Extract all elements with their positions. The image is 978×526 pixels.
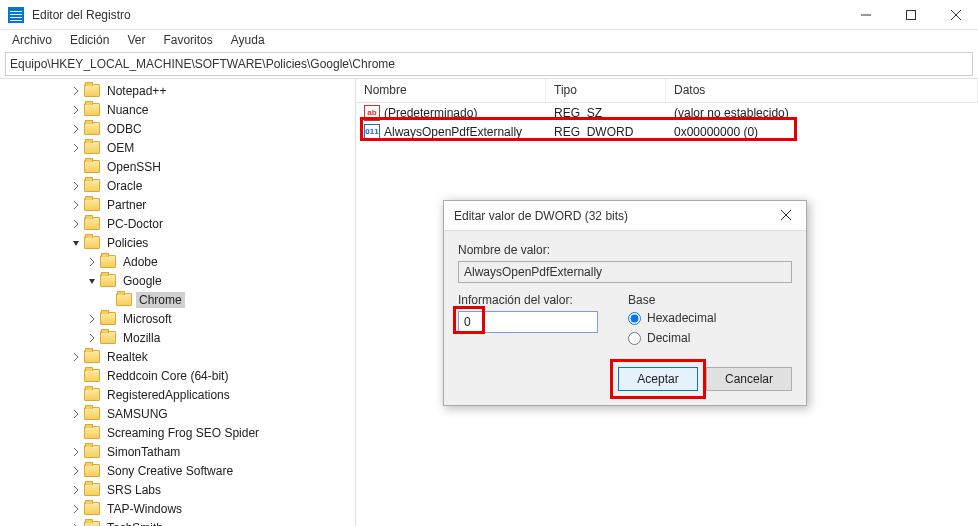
tree-item[interactable]: Chrome	[0, 290, 355, 309]
tree-item-label: Mozilla	[120, 330, 163, 346]
tree-item-label: Microsoft	[120, 311, 175, 327]
base-label: Base	[628, 293, 716, 307]
tree-item-label: SimonTatham	[104, 444, 183, 460]
folder-icon	[84, 483, 100, 496]
col-data[interactable]: Datos	[666, 79, 978, 102]
folder-icon	[84, 388, 100, 401]
tree-item[interactable]: Notepad++	[0, 81, 355, 100]
dialog-title: Editar valor de DWORD (32 bits)	[454, 209, 776, 223]
folder-icon	[100, 255, 116, 268]
address-path: Equipo\HKEY_LOCAL_MACHINE\SOFTWARE\Polic…	[10, 57, 395, 71]
tree-item[interactable]: Realtek	[0, 347, 355, 366]
folder-icon	[84, 407, 100, 420]
menu-view[interactable]: Ver	[119, 31, 153, 49]
chevron-right-icon[interactable]	[70, 218, 82, 230]
tree-item[interactable]: OpenSSH	[0, 157, 355, 176]
folder-icon	[100, 274, 116, 287]
tree-item-label: Realtek	[104, 349, 151, 365]
chevron-right-icon[interactable]	[86, 256, 98, 268]
tree-item[interactable]: Adobe	[0, 252, 355, 271]
tree-item[interactable]: TAP-Windows	[0, 499, 355, 518]
name-label: Nombre de valor:	[458, 243, 792, 257]
menu-favorites[interactable]: Favoritos	[155, 31, 220, 49]
tree-item[interactable]: Google	[0, 271, 355, 290]
tree-item[interactable]: SRS Labs	[0, 480, 355, 499]
chevron-right-icon[interactable]	[70, 199, 82, 211]
maximize-button[interactable]	[888, 0, 933, 29]
value-input[interactable]	[458, 311, 598, 333]
menubar: Archivo Edición Ver Favoritos Ayuda	[0, 30, 978, 50]
tree-item-label: Screaming Frog SEO Spider	[104, 425, 262, 441]
window-title: Editor del Registro	[32, 8, 843, 22]
tree-item-label: SRS Labs	[104, 482, 164, 498]
chevron-right-icon[interactable]	[70, 104, 82, 116]
cancel-button[interactable]: Cancelar	[706, 367, 792, 391]
tree-panel[interactable]: Notepad++NuanceODBCOEMOpenSSHOraclePartn…	[0, 79, 356, 526]
chevron-right-icon[interactable]	[86, 332, 98, 344]
tree-item[interactable]: PC-Doctor	[0, 214, 355, 233]
minimize-button[interactable]	[843, 0, 888, 29]
folder-icon	[84, 464, 100, 477]
list-header: Nombre Tipo Datos	[356, 79, 978, 103]
radio-hex-input[interactable]	[628, 312, 641, 325]
radio-dec-input[interactable]	[628, 332, 641, 345]
radio-dec[interactable]: Decimal	[628, 331, 716, 345]
tree-item-label: OEM	[104, 140, 137, 156]
folder-icon	[84, 198, 100, 211]
tree-item-label: TechSmith	[104, 520, 166, 527]
tree-item[interactable]: SAMSUNG	[0, 404, 355, 423]
chevron-right-icon[interactable]	[86, 313, 98, 325]
tree-item[interactable]: TechSmith	[0, 518, 355, 526]
menu-help[interactable]: Ayuda	[223, 31, 273, 49]
chevron-none-icon	[70, 427, 82, 439]
radio-hex[interactable]: Hexadecimal	[628, 311, 716, 325]
folder-icon	[84, 141, 100, 154]
tree-item[interactable]: Microsoft	[0, 309, 355, 328]
col-name[interactable]: Nombre	[356, 79, 546, 102]
address-bar[interactable]: Equipo\HKEY_LOCAL_MACHINE\SOFTWARE\Polic…	[5, 52, 973, 76]
close-button[interactable]	[933, 0, 978, 29]
accept-button[interactable]: Aceptar	[618, 367, 698, 391]
chevron-down-icon[interactable]	[86, 275, 98, 287]
chevron-none-icon	[70, 370, 82, 382]
folder-icon	[84, 217, 100, 230]
tree-item[interactable]: Reddcoin Core (64-bit)	[0, 366, 355, 385]
chevron-right-icon[interactable]	[70, 465, 82, 477]
tree-item[interactable]: Mozilla	[0, 328, 355, 347]
tree-item[interactable]: SimonTatham	[0, 442, 355, 461]
chevron-right-icon[interactable]	[70, 503, 82, 515]
chevron-none-icon	[102, 294, 114, 306]
chevron-right-icon[interactable]	[70, 446, 82, 458]
tree-item[interactable]: Partner	[0, 195, 355, 214]
tree-item-label: Adobe	[120, 254, 161, 270]
edit-dword-dialog: Editar valor de DWORD (32 bits) Nombre d…	[443, 200, 807, 406]
chevron-right-icon[interactable]	[70, 85, 82, 97]
menu-edit[interactable]: Edición	[62, 31, 117, 49]
data-label: Información del valor:	[458, 293, 598, 307]
dialog-close-button[interactable]	[776, 209, 796, 223]
menu-file[interactable]: Archivo	[4, 31, 60, 49]
tree-item[interactable]: OEM	[0, 138, 355, 157]
chevron-right-icon[interactable]	[70, 142, 82, 154]
tree-item-label: Nuance	[104, 102, 151, 118]
chevron-right-icon[interactable]	[70, 522, 82, 527]
name-field[interactable]: AlwaysOpenPdfExternally	[458, 261, 792, 283]
chevron-right-icon[interactable]	[70, 180, 82, 192]
tree-item[interactable]: ODBC	[0, 119, 355, 138]
chevron-right-icon[interactable]	[70, 123, 82, 135]
chevron-right-icon[interactable]	[70, 408, 82, 420]
tree-item[interactable]: RegisteredApplications	[0, 385, 355, 404]
folder-icon	[84, 160, 100, 173]
tree-item[interactable]: Nuance	[0, 100, 355, 119]
folder-icon	[84, 84, 100, 97]
tree-item[interactable]: Policies	[0, 233, 355, 252]
folder-icon	[84, 236, 100, 249]
tree-item-label: Notepad++	[104, 83, 169, 99]
tree-item[interactable]: Screaming Frog SEO Spider	[0, 423, 355, 442]
col-type[interactable]: Tipo	[546, 79, 666, 102]
chevron-right-icon[interactable]	[70, 351, 82, 363]
chevron-down-icon[interactable]	[70, 237, 82, 249]
chevron-right-icon[interactable]	[70, 484, 82, 496]
tree-item[interactable]: Sony Creative Software	[0, 461, 355, 480]
tree-item[interactable]: Oracle	[0, 176, 355, 195]
